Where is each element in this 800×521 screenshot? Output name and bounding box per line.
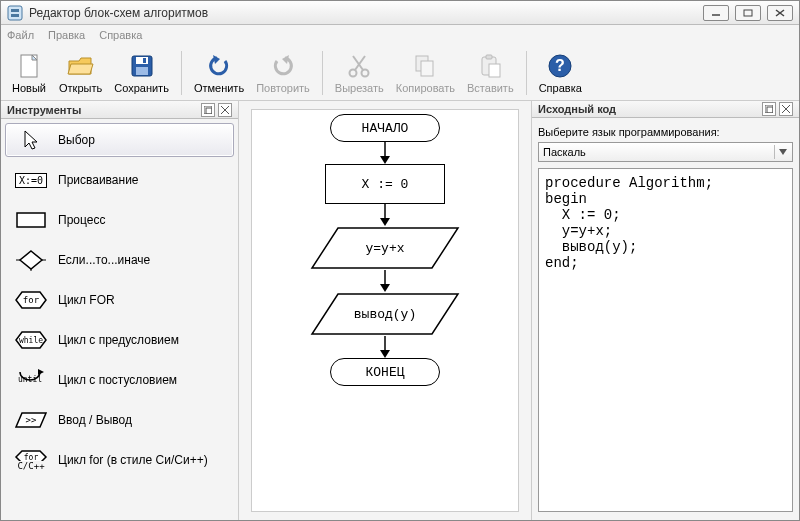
- io-icon: >>: [14, 409, 48, 431]
- menu-file[interactable]: Файл: [7, 29, 34, 41]
- code-panel-header: Исходный код: [532, 101, 799, 118]
- tool-select[interactable]: Выбор: [5, 123, 234, 157]
- close-icon[interactable]: [218, 103, 232, 117]
- diamond-icon: [14, 249, 48, 271]
- svg-rect-10: [136, 57, 148, 64]
- node-start[interactable]: НАЧАЛО: [330, 114, 440, 142]
- tool-label: Процесс: [58, 213, 105, 227]
- menu-edit[interactable]: Правка: [48, 29, 85, 41]
- cfor-icon: for C/C++: [14, 449, 48, 471]
- window-controls: [703, 5, 793, 21]
- window-title: Редактор блок-схем алгоритмов: [29, 6, 703, 20]
- undock-icon[interactable]: [201, 103, 215, 117]
- cut-button[interactable]: Вырезать: [329, 50, 390, 96]
- node-end[interactable]: КОНЕЦ: [330, 358, 440, 386]
- paste-button[interactable]: Вставить: [461, 50, 520, 96]
- svg-point-15: [350, 69, 357, 76]
- tool-until[interactable]: until Цикл с постусловием: [5, 363, 234, 397]
- tool-label: Цикл FOR: [58, 293, 115, 307]
- paste-icon: [476, 52, 504, 80]
- toolbar: Новый Открыть Сохранить Отменить Повтори…: [1, 45, 799, 101]
- tool-io[interactable]: >> Ввод / Вывод: [5, 403, 234, 437]
- separator: [181, 51, 182, 95]
- arrow-icon: [379, 270, 391, 292]
- undock-icon[interactable]: [762, 102, 776, 116]
- undo-icon: [205, 52, 233, 80]
- app-window: Редактор блок-схем алгоритмов Файл Правк…: [0, 0, 800, 521]
- code-panel-body: Выберите язык программирования: Паскаль …: [532, 118, 799, 520]
- separator: [322, 51, 323, 95]
- svg-marker-48: [380, 218, 390, 226]
- open-button[interactable]: Открыть: [53, 50, 108, 96]
- tool-cfor[interactable]: for C/C++ Цикл for (в стиле Си/Си++): [5, 443, 234, 477]
- svg-marker-59: [779, 149, 787, 155]
- svg-line-17: [355, 56, 365, 70]
- new-button[interactable]: Новый: [5, 50, 53, 96]
- node-output[interactable]: вывод(y): [310, 292, 460, 336]
- svg-rect-11: [136, 67, 148, 75]
- code-panel-title: Исходный код: [538, 103, 616, 115]
- tool-ifelse[interactable]: Если...то...иначе: [5, 243, 234, 277]
- cut-label: Вырезать: [335, 82, 384, 94]
- svg-rect-20: [421, 61, 433, 76]
- scissors-icon: [345, 52, 373, 80]
- tool-process[interactable]: Процесс: [5, 203, 234, 237]
- help-label: Справка: [539, 82, 582, 94]
- close-button[interactable]: [767, 5, 793, 21]
- tools-panel-header: Инструменты: [1, 101, 238, 119]
- app-icon: [7, 5, 23, 21]
- undo-button[interactable]: Отменить: [188, 50, 250, 96]
- node-assign[interactable]: X := 0: [325, 164, 445, 204]
- svg-rect-26: [204, 106, 212, 114]
- language-value: Паскаль: [543, 146, 586, 158]
- arrow-icon: [379, 204, 391, 226]
- svg-text:?: ?: [555, 57, 565, 74]
- tool-assign[interactable]: X:=0 Присваивание: [5, 163, 234, 197]
- menu-help[interactable]: Справка: [99, 29, 142, 41]
- tool-label: Выбор: [58, 133, 95, 147]
- svg-marker-31: [20, 251, 42, 269]
- svg-rect-2: [11, 14, 19, 17]
- svg-text:>>: >>: [26, 415, 37, 425]
- maximize-button[interactable]: [735, 5, 761, 21]
- svg-rect-56: [767, 107, 773, 113]
- flowchart-sheet[interactable]: НАЧАЛО X := 0 y=y+x вывод(y) КОНЕЦ: [251, 109, 519, 512]
- help-icon: ?: [546, 52, 574, 80]
- svg-rect-4: [744, 10, 752, 16]
- tool-label: Цикл с предусловием: [58, 333, 179, 347]
- code-output[interactable]: procedure Algorithm; begin X := 0; y=y+x…: [538, 168, 793, 512]
- svg-rect-1: [11, 9, 19, 12]
- canvas-area[interactable]: НАЧАЛО X := 0 y=y+x вывод(y) КОНЕЦ: [239, 101, 531, 520]
- assign-icon: X:=0: [14, 169, 48, 191]
- arrow-icon: [379, 336, 391, 358]
- until-icon: until: [14, 369, 48, 391]
- svg-rect-12: [143, 58, 146, 63]
- svg-text:for: for: [24, 453, 39, 461]
- tool-label: Цикл for (в стиле Си/Си++): [58, 453, 208, 467]
- redo-button[interactable]: Повторить: [250, 50, 316, 96]
- help-button[interactable]: ? Справка: [533, 50, 588, 96]
- tool-label: Присваивание: [58, 173, 139, 187]
- tools-panel: Инструменты Выбор X:=0 Присваивание Проц…: [1, 101, 239, 520]
- copy-button[interactable]: Копировать: [390, 50, 461, 96]
- node-expr[interactable]: y=y+x: [310, 226, 460, 270]
- menubar: Файл Правка Справка: [1, 25, 799, 45]
- flowchart: НАЧАЛО X := 0 y=y+x вывод(y) КОНЕЦ: [310, 114, 460, 386]
- svg-text:until: until: [18, 375, 42, 384]
- arrow-icon: [379, 142, 391, 164]
- titlebar: Редактор блок-схем алгоритмов: [1, 1, 799, 25]
- tool-while[interactable]: while Цикл с предусловием: [5, 323, 234, 357]
- svg-marker-46: [380, 156, 390, 164]
- save-label: Сохранить: [114, 82, 169, 94]
- svg-marker-13: [213, 55, 220, 64]
- close-icon[interactable]: [779, 102, 793, 116]
- svg-text:for: for: [23, 295, 40, 305]
- svg-rect-55: [765, 105, 773, 113]
- tools-panel-title: Инструменты: [7, 104, 81, 116]
- save-button[interactable]: Сохранить: [108, 50, 175, 96]
- tool-for[interactable]: for Цикл FOR: [5, 283, 234, 317]
- tool-label: Ввод / Вывод: [58, 413, 132, 427]
- minimize-button[interactable]: [703, 5, 729, 21]
- folder-open-icon: [67, 52, 95, 80]
- language-select[interactable]: Паскаль: [538, 142, 793, 162]
